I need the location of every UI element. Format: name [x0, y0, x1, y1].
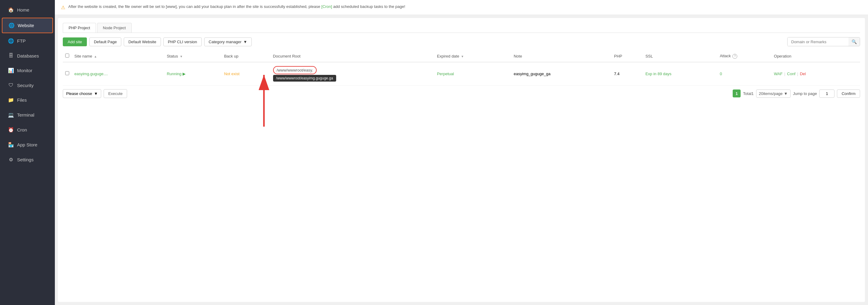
col-php: PHP — [612, 50, 643, 62]
sidebar-item-monitor[interactable]: 📊 Monitor — [2, 63, 53, 78]
attack-count: 0 — [720, 71, 722, 76]
sidebar-item-home[interactable]: 🏠 Home — [2, 3, 53, 17]
col-backup: Back up — [222, 50, 270, 62]
select-all-checkbox[interactable] — [65, 54, 69, 58]
row-status: Running ▶ — [164, 62, 222, 86]
status-filter-icon: ▼ — [180, 55, 183, 58]
col-operation: Operation — [771, 50, 860, 62]
expired-date: Perpetual — [437, 71, 454, 76]
sidebar-label-website: Website — [18, 23, 34, 28]
sidebar-item-security[interactable]: 🛡 Security — [2, 78, 53, 92]
table-row: easyimg.guguge.... Running ▶ Not exist — [63, 62, 860, 86]
dropdown-arrow-icon: ▼ — [243, 40, 247, 44]
sidebar-item-files[interactable]: 📁 Files — [2, 93, 53, 107]
col-note: Note — [511, 50, 611, 62]
sidebar-item-appstore[interactable]: 🏪 App Store — [2, 138, 53, 152]
tab-php-project[interactable]: PHP Project — [63, 23, 96, 33]
toolbar: Add site Default Page Default Website PH… — [63, 37, 860, 46]
row-backup: Not exist — [222, 62, 270, 86]
note-text: easyimg_guguge_ga — [514, 71, 551, 76]
waf-button[interactable]: WAF — [774, 71, 782, 76]
default-page-button[interactable]: Default Page — [89, 37, 121, 46]
add-site-button[interactable]: Add site — [63, 37, 87, 46]
php-version: 7.4 — [614, 71, 620, 76]
jump-label: Jump to page — [793, 91, 817, 96]
col-checkbox — [63, 50, 72, 62]
sidebar-item-website[interactable]: 🌐 Website — [2, 18, 53, 33]
confirm-button[interactable]: Confirm — [837, 90, 860, 98]
sidebar-label-security: Security — [17, 83, 33, 88]
annotation-area: Site name ▲ Status ▼ Back up Document Ro… — [63, 50, 860, 86]
sidebar-label-cron: Cron — [17, 127, 27, 132]
jump-to-page-input[interactable] — [819, 90, 835, 98]
doc-root-tooltip: /www/wwwroot/easyimg.guguge.ga — [273, 75, 336, 81]
sidebar-label-databases: Databases — [17, 53, 39, 59]
project-tabs: PHP Project Node Project — [63, 23, 860, 33]
bulk-action-select[interactable]: Please choose ▼ — [63, 89, 101, 98]
row-ssl: Exp in 89 days — [643, 62, 717, 86]
table-header-row: Site name ▲ Status ▼ Back up Document Ro… — [63, 50, 860, 62]
info-banner: ⚠ After the website is created, the file… — [55, 0, 868, 15]
op-sep-1: | — [784, 71, 785, 76]
sidebar-item-cron[interactable]: ⏰ Cron — [2, 123, 53, 137]
attack-help-icon: ? — [733, 54, 737, 59]
appstore-icon: 🏪 — [8, 142, 14, 148]
website-icon: 🌐 — [8, 23, 14, 28]
search-input[interactable] — [787, 37, 848, 46]
main-content: ⚠ After the website is created, the file… — [55, 0, 868, 305]
expired-filter-icon: ▼ — [461, 55, 464, 58]
ftp-icon: 🌐 — [8, 38, 14, 44]
content-area: PHP Project Node Project Add site Defaul… — [58, 18, 865, 302]
row-site-name: easyimg.guguge.... — [72, 62, 164, 86]
row-checkbox[interactable] — [65, 71, 69, 75]
ssl-status: Exp in 89 days — [646, 71, 672, 76]
row-php: 7.4 — [612, 62, 643, 86]
running-arrow-icon: ▶ — [183, 71, 186, 76]
warning-icon: ⚠ — [61, 5, 65, 10]
default-website-button[interactable]: Default Website — [124, 37, 161, 46]
monitor-icon: 📊 — [8, 68, 14, 73]
del-button[interactable]: Del — [800, 71, 806, 76]
col-document-root: Document Root — [271, 50, 435, 62]
banner-text: After the website is created, the file o… — [68, 4, 405, 9]
status-badge: Running ▶ — [167, 71, 186, 76]
sidebar-label-settings: Settings — [17, 157, 33, 162]
pagination: 1 Total1 20items/page ▼ Jump to page Con… — [733, 90, 860, 98]
category-manager-button[interactable]: Category manager ▼ — [204, 37, 252, 46]
backup-status: Not exist — [224, 71, 240, 76]
sidebar-item-databases[interactable]: 🗄 Databases — [2, 49, 53, 63]
per-page-arrow-icon: ▼ — [784, 91, 788, 96]
row-doc-root: /www/wwwroot/easy. /www/wwwroot/easyimg.… — [271, 62, 435, 86]
php-cli-button[interactable]: PHP CLI version — [163, 37, 202, 46]
site-name-link[interactable]: easyimg.guguge.... — [74, 71, 108, 76]
per-page-select[interactable]: 20items/page ▼ — [756, 90, 790, 98]
sidebar-item-settings[interactable]: ⚙ Settings — [2, 152, 53, 167]
sidebar-label-monitor: Monitor — [17, 68, 32, 73]
sidebar-item-terminal[interactable]: 💻 Terminal — [2, 108, 53, 122]
col-ssl: SSL — [643, 50, 717, 62]
cron-link[interactable]: [Cron] — [321, 4, 332, 9]
col-site-name: Site name ▲ — [72, 50, 164, 62]
conf-button[interactable]: Conf — [787, 71, 795, 76]
row-operation: WAF | Conf | Del — [771, 62, 860, 86]
doc-root-link[interactable]: /www/wwwroot/easy. — [273, 66, 317, 74]
sort-icon: ▲ — [94, 55, 97, 58]
col-expired-date: Expired date ▼ — [435, 50, 512, 62]
security-icon: 🛡 — [8, 82, 14, 88]
home-icon: 🏠 — [8, 7, 14, 13]
row-attack: 0 — [717, 62, 772, 86]
sidebar-item-ftp[interactable]: 🌐 FTP — [2, 34, 53, 48]
execute-button[interactable]: Execute — [104, 89, 127, 98]
row-checkbox-cell — [63, 62, 72, 86]
search-box: 🔍 — [787, 37, 860, 46]
files-icon: 📁 — [8, 97, 14, 103]
col-status: Status ▼ — [164, 50, 222, 62]
sidebar-label-home: Home — [17, 7, 29, 12]
total-label: Total1 — [743, 91, 754, 96]
cron-icon: ⏰ — [8, 127, 14, 133]
tab-node-project[interactable]: Node Project — [97, 23, 132, 33]
bottom-bar: Please choose ▼ Execute 1 Total1 20items… — [63, 86, 860, 98]
search-button[interactable]: 🔍 — [848, 37, 860, 46]
sidebar: 🏠 Home 🌐 Website 🌐 FTP 🗄 Databases 📊 Mon… — [0, 0, 55, 305]
site-table: Site name ▲ Status ▼ Back up Document Ro… — [63, 50, 860, 86]
